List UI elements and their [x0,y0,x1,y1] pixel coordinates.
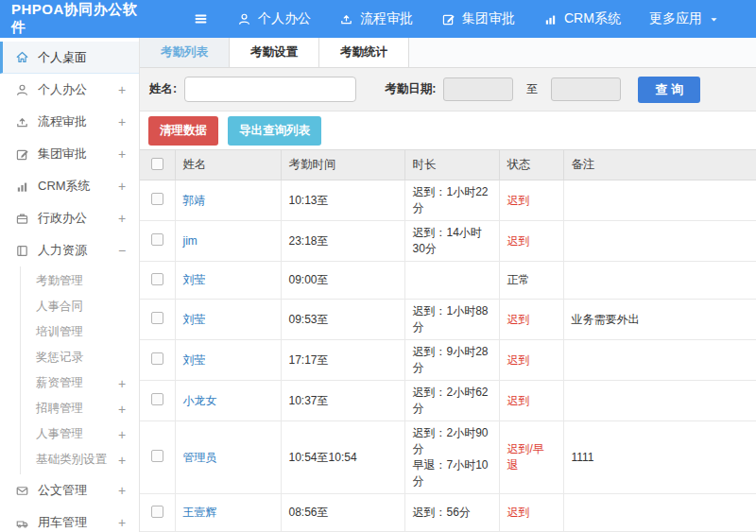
status-cell: 迟到 [499,381,563,421]
employee-name-link[interactable]: 郭靖 [183,194,206,207]
row-checkbox[interactable] [151,312,163,324]
duration-line: 迟到：9小时28分 [413,344,491,376]
expand-toggle-icon[interactable]: + [116,515,128,530]
note-cell [563,494,756,532]
row-checkbox[interactable] [151,506,163,518]
sidebar-subitem-label: 人事管理 [36,426,116,442]
topnav-item[interactable]: 更多应用 [649,10,719,27]
status-badge: 正常 [507,273,530,286]
search-button[interactable]: 查 询 [638,77,700,103]
employee-name-link[interactable]: 刘莹 [183,353,206,367]
action-bar: 清理数据 导出查询列表 [140,112,756,149]
topnav-item[interactable]: 集团审批 [441,10,515,27]
flow-approval-icon [15,115,29,129]
sidebar-item-label: 个人办公 [38,81,108,98]
top-navbar: PHPOA协同办公软件 个人办公流程审批集团审批CRM系统更多应用 [0,0,756,38]
expand-toggle-icon[interactable]: + [116,114,128,129]
note-cell [563,340,756,381]
expand-toggle-icon[interactable]: + [116,376,128,391]
date-to-input[interactable] [551,77,621,101]
sidebar-subitem[interactable]: 人事管理+ [21,421,139,447]
sidebar-item[interactable]: 行政办公+ [0,202,139,234]
row-checkbox[interactable] [151,393,163,405]
sidebar-item[interactable]: 人力资源− [0,234,139,266]
app-window: PHPOA协同办公软件 个人办公流程审批集团审批CRM系统更多应用 个人桌面个人… [0,0,756,532]
sidebar-subitem[interactable]: 培训管理 [21,319,139,345]
user-icon [237,12,251,26]
tab-考勤设置[interactable]: 考勤设置 [230,38,319,67]
sidebar-item[interactable]: 集团审批+ [0,138,139,170]
row-select-cell [140,262,175,300]
employee-name-link[interactable]: 王壹辉 [183,506,217,519]
row-checkbox[interactable] [151,450,163,462]
edit-icon [15,147,29,162]
sidebar-item[interactable]: 公文管理+ [0,474,139,506]
sidebar-subitem[interactable]: 奖惩记录 [21,345,139,370]
topnav-item-label: CRM系统 [564,10,621,27]
sidebar-item[interactable]: 用车管理+ [0,506,139,532]
time-cell: 08:56至 [281,494,404,532]
sidebar-subitem[interactable]: 基础类别设置+ [21,447,139,472]
expand-toggle-icon[interactable]: + [116,82,128,97]
duration-cell: 迟到：1小时88分 [404,300,499,340]
table-row: 刘莹09:53至迟到：1小时88分迟到业务需要外出 [140,300,756,340]
table-row: 刘莹09:00至正常 [140,262,756,300]
name-cell: 郭靖 [175,180,281,221]
tab-考勤列表[interactable]: 考勤列表 [140,38,230,67]
time-cell: 23:18至 [281,221,404,262]
sidebar-subitem[interactable]: 薪资管理+ [21,370,139,396]
main-content: 考勤列表考勤设置考勤统计 姓名: 考勤日期: 至 查 询 清理数据 导出查询列表 [140,38,756,532]
sidebar-item[interactable]: 个人办公+ [0,74,139,106]
row-checkbox[interactable] [151,273,163,285]
expand-toggle-icon[interactable]: + [116,146,128,162]
employee-name-link[interactable]: 管理员 [183,451,217,464]
sidebar-collapse-button[interactable] [193,11,209,26]
expand-toggle-icon[interactable]: + [116,427,128,442]
row-select-cell [140,421,175,494]
name-filter-input[interactable] [184,77,356,102]
note-cell [563,180,756,221]
employee-name-link[interactable]: 刘莹 [183,313,206,326]
select-all-checkbox[interactable] [151,158,163,170]
row-checkbox[interactable] [151,193,163,205]
export-list-button[interactable]: 导出查询列表 [228,116,321,146]
sidebar-item[interactable]: 流程审批+ [0,106,139,138]
sidebar-item[interactable]: 个人桌面 [0,42,139,74]
sidebar-subitem[interactable]: 考勤管理 [21,268,139,294]
topnav-item[interactable]: 流程审批 [339,10,413,27]
name-cell: jim [175,221,281,262]
table-row: 郭靖10:13至迟到：1小时22分迟到 [140,180,756,221]
car-icon [15,516,29,530]
employee-name-link[interactable]: 小龙女 [183,394,217,407]
column-header: 姓名 [175,150,281,180]
topnav-item[interactable]: CRM系统 [543,10,621,27]
clear-data-button[interactable]: 清理数据 [148,116,218,146]
table-row: 王壹辉08:56至迟到：56分迟到 [140,494,756,532]
topnav-item-label: 集团审批 [462,10,515,27]
sidebar-subitem[interactable]: 招聘管理+ [21,396,139,421]
tab-考勤统计[interactable]: 考勤统计 [319,38,409,67]
sidebar: 个人桌面个人办公+流程审批+集团审批+CRM系统+行政办公+人力资源−考勤管理人… [0,38,140,532]
expand-toggle-icon[interactable]: + [116,483,128,498]
status-cell: 迟到 [499,340,563,381]
expand-toggle-icon[interactable]: + [116,453,128,468]
expand-toggle-icon[interactable]: − [116,243,128,258]
sidebar-subitem-label: 薪资管理 [36,375,116,391]
row-checkbox[interactable] [151,233,163,246]
note-cell [563,262,756,300]
status-badge: 迟到 [507,506,530,519]
expand-toggle-icon[interactable]: + [116,402,128,417]
time-cell: 10:13至 [281,180,404,221]
row-checkbox[interactable] [151,352,163,365]
sidebar-item[interactable]: CRM系统+ [0,170,139,202]
employee-name-link[interactable]: 刘莹 [183,273,206,286]
sidebar-subitem[interactable]: 人事合同 [21,294,139,319]
topnav-item[interactable]: 个人办公 [237,10,311,27]
expand-toggle-icon[interactable]: + [116,211,128,226]
duration-line: 早退：7小时10分 [413,457,491,489]
date-from-input[interactable] [443,77,513,101]
employee-name-link[interactable]: jim [183,234,198,248]
time-cell: 09:53至 [281,300,404,340]
expand-toggle-icon[interactable]: + [116,179,128,194]
topnav-item-label: 更多应用 [649,10,702,27]
